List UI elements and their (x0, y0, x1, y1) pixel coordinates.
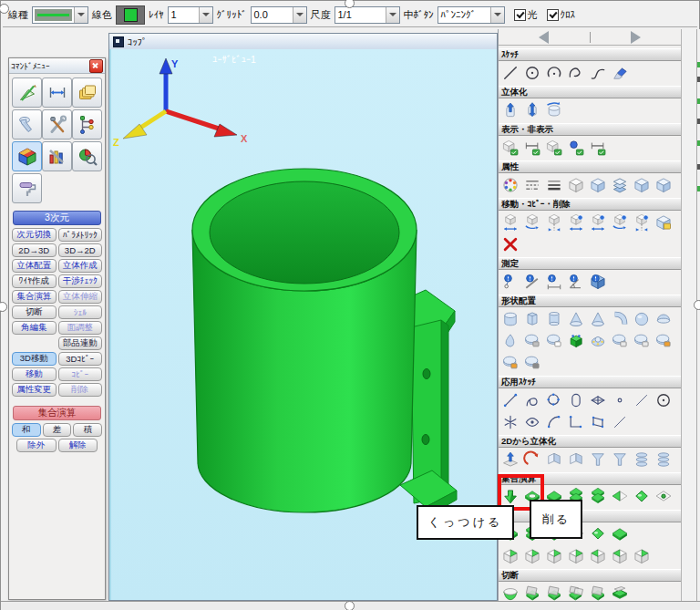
disc-figure-icon[interactable] (522, 353, 541, 372)
extrude-both-icon[interactable] (522, 100, 541, 119)
layer-dropdown[interactable]: 1 (168, 6, 213, 24)
cmd-button-3[interactable]: 3D→2D (58, 243, 103, 257)
cmd-button-9[interactable]: 立体伸縮 (58, 290, 103, 304)
line-width-icon[interactable] (544, 175, 563, 194)
teardrop-icon[interactable] (500, 331, 520, 350)
star-line-icon[interactable] (500, 412, 520, 431)
circle-icon[interactable] (522, 63, 541, 82)
hemisphere-icon[interactable] (654, 309, 673, 328)
eraser-icon[interactable] (610, 63, 629, 82)
measure-point-icon[interactable] (500, 272, 520, 291)
revolve-icon[interactable] (544, 100, 563, 119)
shaded-cube-icon[interactable] (588, 175, 607, 194)
point-line-icon[interactable] (500, 390, 520, 409)
line2-icon[interactable] (632, 390, 651, 409)
cmd-button-2[interactable]: 2D→3D (12, 243, 57, 257)
drafting-button[interactable] (12, 78, 42, 108)
line-color-button[interactable] (116, 5, 145, 25)
line-style-icon[interactable] (522, 175, 541, 194)
folders-button[interactable] (72, 78, 102, 108)
sweep2-icon[interactable] (566, 450, 585, 469)
holder-icon[interactable] (566, 331, 585, 350)
sphere-icon[interactable] (632, 309, 651, 328)
command-menu-titlebar[interactable]: ｺﾏﾝﾄﾞﾒﾆｭｰ (9, 58, 105, 74)
spline-icon[interactable] (588, 63, 607, 82)
selection-handle[interactable] (345, 601, 355, 610)
cross-checkbox[interactable] (547, 9, 559, 21)
fillet-6-icon[interactable] (610, 546, 629, 565)
cmd-button-8[interactable]: 集合演算 (12, 290, 57, 304)
extrude-icon[interactable] (500, 100, 520, 119)
cmd-button-13[interactable]: 面調整 (58, 321, 103, 335)
show-dimension-icon[interactable] (522, 138, 541, 157)
round-cone-icon[interactable] (588, 309, 607, 328)
loft-icon[interactable] (588, 450, 607, 469)
fillet-3-icon[interactable] (544, 546, 563, 565)
fillet-5-icon[interactable] (588, 546, 607, 565)
disc-gear-icon[interactable] (522, 331, 541, 350)
scale-dropdown[interactable]: 1/1 (335, 6, 400, 24)
fillet-7-icon[interactable] (632, 546, 651, 565)
light-checkbox[interactable] (514, 9, 526, 21)
cut-slab-icon[interactable] (610, 584, 629, 603)
cone-icon[interactable] (566, 309, 585, 328)
cmd-button-10[interactable]: 切断 (12, 305, 57, 319)
next-page-button[interactable] (591, 29, 682, 45)
half-section-icon[interactable] (610, 487, 629, 506)
diagonal-icon[interactable] (610, 412, 629, 431)
loop-icon[interactable] (522, 390, 541, 409)
cut-plane-icon[interactable] (522, 584, 541, 603)
outline-op-icon[interactable] (654, 487, 673, 506)
cmd-button-7[interactable]: 干渉ﾁｪｯｸ (58, 274, 103, 288)
tools-button[interactable] (42, 109, 72, 140)
round-join-icon[interactable] (632, 487, 651, 506)
cmd-button-19[interactable]: ｺﾋﾟｰ (58, 367, 103, 381)
prev-page-button[interactable] (499, 29, 590, 45)
cmd-button-1[interactable]: ﾊﾟﾗﾒﾄﾘｯｸ (58, 228, 103, 242)
disc-tab2-icon[interactable] (632, 331, 651, 350)
cmd-button-21[interactable]: 削除 (58, 383, 103, 397)
cross-box-icon[interactable] (588, 390, 607, 409)
rotate-icon[interactable] (522, 212, 541, 232)
setop-button-4[interactable]: 解除 (58, 439, 98, 452)
cut-plane2-icon[interactable] (544, 584, 563, 603)
color-wheel-icon[interactable] (500, 175, 520, 194)
cut-multi-icon[interactable] (588, 584, 607, 603)
analyze-button[interactable] (72, 141, 102, 171)
corner-line-icon[interactable] (566, 412, 585, 431)
mirror-copy-icon[interactable] (632, 212, 651, 232)
middle-button-dropdown[interactable]: ﾊﾟﾝﾆﾝｸﾞ (438, 6, 505, 24)
op-6-icon[interactable] (610, 524, 629, 543)
measure-distance-icon[interactable] (544, 272, 563, 291)
measure-line-icon[interactable] (522, 272, 541, 291)
array-copy-icon[interactable] (588, 212, 607, 232)
spring-icon[interactable] (654, 450, 673, 469)
line-icon[interactable] (500, 63, 520, 82)
curve-icon[interactable] (566, 63, 585, 82)
measure-angle-icon[interactable] (566, 272, 585, 291)
fillet-2-icon[interactable] (522, 546, 541, 565)
coil-icon[interactable] (632, 450, 651, 469)
setop-button-3[interactable]: 除外 (16, 439, 57, 452)
viewport-titlebar[interactable]: ｺｯﾌﾟ (109, 34, 497, 50)
cmd-button-15[interactable]: 部品連動 (58, 336, 103, 350)
line-type-dropdown[interactable] (32, 6, 88, 24)
show-solid-icon[interactable] (500, 138, 520, 157)
op-5-icon[interactable] (588, 524, 607, 543)
hex-prism-icon[interactable] (522, 309, 541, 328)
disc-tab-icon[interactable] (610, 331, 629, 350)
mirror-icon[interactable] (544, 212, 563, 232)
cube-open-icon[interactable] (632, 175, 651, 194)
box-icon[interactable] (544, 309, 563, 328)
tree-button[interactable] (72, 109, 102, 140)
move-icon[interactable] (500, 212, 520, 232)
hide-solid-icon[interactable] (544, 138, 563, 157)
flange-icon[interactable] (588, 331, 607, 350)
rotate-copy-icon[interactable] (610, 212, 629, 232)
bolt-button[interactable] (12, 109, 42, 140)
revolve-arrow-icon[interactable] (522, 450, 541, 469)
setop-button-2[interactable]: 積 (73, 423, 102, 437)
wireframe-cube-icon[interactable] (566, 175, 585, 194)
cylinder-icon[interactable] (500, 309, 520, 328)
chart-tools-button[interactable] (42, 141, 72, 171)
